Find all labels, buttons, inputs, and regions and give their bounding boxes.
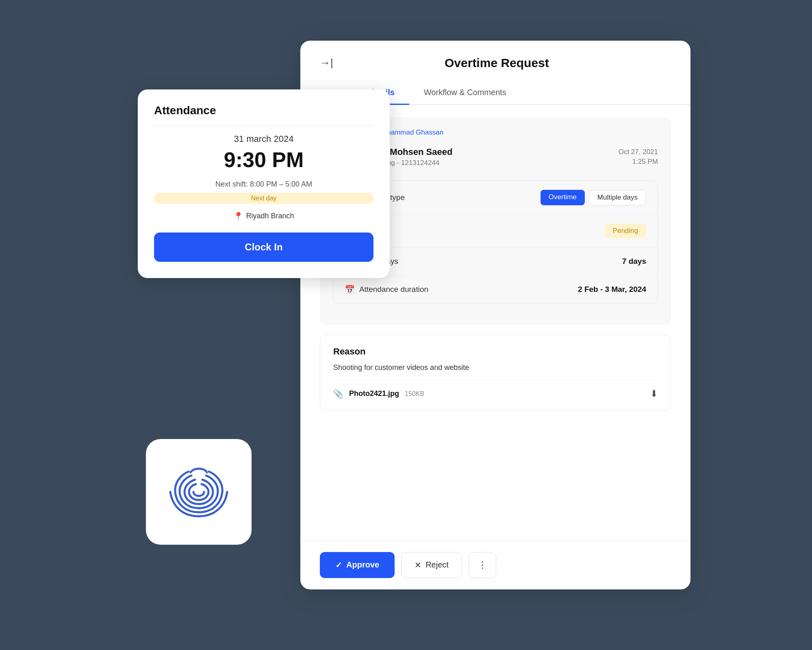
duration-value: 2 Feb - 3 Mar, 2024 [578,285,646,294]
status-badge: Pending [605,224,646,238]
approve-check-icon: ✓ [335,560,342,570]
detail-row-duration: 📅 Attendance duration 2 Feb - 3 Mar, 202… [333,276,658,303]
reject-button[interactable]: ✕ Reject [401,552,462,578]
approve-button[interactable]: ✓ Approve [320,552,395,578]
fingerprint-icon [162,455,235,528]
panel-header: →| Overtime Request [300,41,690,70]
request-type-badges: Overtime Multiple days [541,190,646,205]
badge-multiple-days: Multiple days [589,190,646,205]
location-pin-icon: 📍 [233,211,243,221]
days-value: 7 days [622,257,646,266]
reason-card: Reason Shooting for customer videos and … [320,335,671,411]
employee-info: Majdi Mohsen Saeed Marketing - 121312424… [365,147,611,167]
next-day-badge: Next day [154,193,373,204]
attendance-time: 9:30 PM [154,148,373,172]
days-label: No. of days [359,257,622,266]
more-options-button[interactable]: ⋮ [469,552,496,578]
panel-footer: ✓ Approve ✕ Reject ⋮ [300,540,690,589]
attachment-row: 📎 Photo2421.jpg 150KB ⬇ [333,389,658,399]
clock-in-button[interactable]: Clock In [154,233,373,262]
status-label: Status [359,226,605,235]
tab-workflow-comments[interactable]: Workflow & Comments [409,81,521,105]
collapse-icon[interactable]: →| [320,57,333,69]
attendance-card: Attendance 31 march 2024 9:30 PM Next sh… [138,89,390,278]
reason-text: Shooting for customer videos and website [333,363,658,380]
employee-dept: Marketing - 1213124244 [365,159,611,167]
attendance-date: 31 march 2024 [154,134,373,144]
emp-time-value: 1:25 PM [619,158,658,166]
fingerprint-card [146,439,252,545]
badge-overtime: Overtime [541,190,585,205]
attachment-name: Photo2421.jpg [349,389,399,398]
download-icon[interactable]: ⬇ [650,389,658,399]
reason-title: Reason [333,346,658,357]
attendance-title: Attendance [154,104,373,126]
attachment-size: 150KB [405,390,424,398]
panel-title: Overtime Request [341,56,652,70]
employee-name: Majdi Mohsen Saeed [365,147,611,157]
location-text: Riyadh Branch [246,212,294,220]
duration-label: Attendance duration [359,285,578,294]
duration-icon: 📅 [345,285,359,294]
emp-date-value: Oct 27, 2021 [619,148,658,156]
attendance-location: 📍 Riyadh Branch [154,211,373,221]
attendance-shift: Next shift: 8:00 PM – 5:00 AM [154,180,373,189]
more-icon: ⋮ [478,560,487,570]
reject-x-icon: ✕ [415,560,421,570]
attachment-icon: 📎 [333,389,343,399]
employee-date: Oct 27, 2021 1:25 PM [619,148,658,166]
